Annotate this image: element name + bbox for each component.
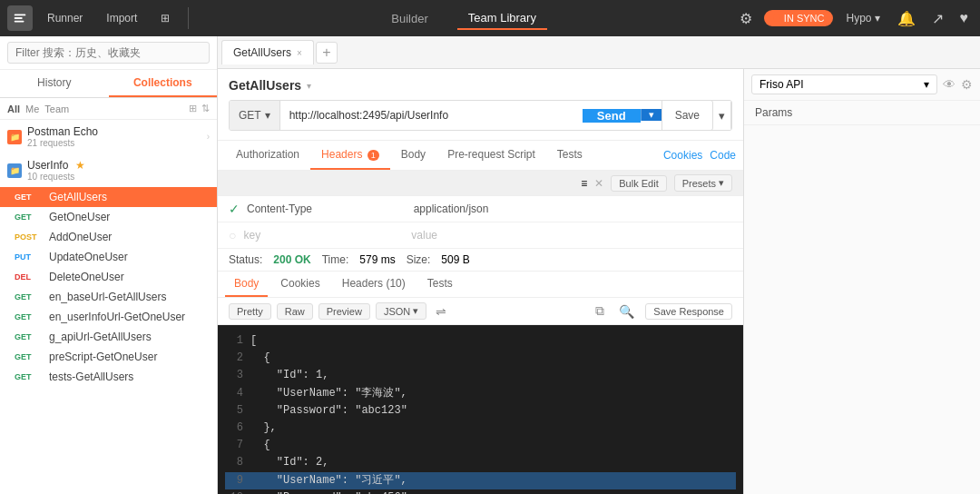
save-response-button[interactable]: Save Response [645,303,732,320]
new-window-button[interactable]: ⊞ [152,8,179,28]
cookies-link[interactable]: Cookies [663,149,702,162]
tab-item-getallusers[interactable]: GetAllUsers × [221,40,314,64]
eye-icon[interactable]: 👁 [943,77,956,92]
tab-label: GetAllUsers [233,46,291,59]
req-tab-prerequest[interactable]: Pre-request Script [436,141,546,170]
tab-add-button[interactable]: + [316,42,338,64]
method-badge: DEL [15,272,44,282]
user-button[interactable]: Hypo ▾ [840,9,885,27]
env-chevron-icon: ▾ [924,78,929,91]
request-item-getoneuser[interactable]: GETGetOneUser [0,207,217,227]
format-raw-button[interactable]: Raw [277,303,313,320]
filter-team[interactable]: Team [44,104,69,114]
request-item-g_apiurl-getallusers[interactable]: GETg_apiUrl-GetAllUsers [0,327,217,347]
logo-icon [12,10,28,26]
request-name: AddOneUser [49,231,112,243]
format-pretty-button[interactable]: Pretty [229,303,271,320]
main-layout: History Collections All Me Team ⊞ ⇅ 📁 Po… [0,36,980,494]
request-item-tests-getallusers[interactable]: GETtests-GetAllUsers [0,367,217,387]
code-line: 7 { [225,437,736,454]
code-line: 3 "Id": 1, [225,367,736,384]
tab-history[interactable]: History [0,70,109,97]
share-icon[interactable]: ↗ [927,7,948,30]
line-content: "UserName": "李海波", [250,385,407,402]
tab-close-icon[interactable]: × [297,48,302,58]
sidebar: History Collections All Me Team ⊞ ⇅ 📁 Po… [0,36,218,494]
header-key-empty[interactable]: key [243,229,404,242]
format-json-button[interactable]: JSON ▾ [376,302,426,320]
search-icon[interactable]: 🔍 [615,302,638,321]
header-value-empty[interactable]: value [411,229,732,242]
import-button[interactable]: Import [97,8,146,28]
request-item-deleteoneuser[interactable]: DELDeleteOneUser [0,267,217,287]
collection-info: Postman Echo 21 requests [27,125,201,148]
bulk-edit-button[interactable]: Bulk Edit [611,175,666,192]
method-badge: GET [15,193,44,202]
req-tab-tests[interactable]: Tests [546,141,593,170]
headers-row-empty: ○ key value [218,222,743,249]
format-preview-button[interactable]: Preview [318,303,370,320]
sort-icon[interactable]: ⇅ [201,103,210,114]
presets-button[interactable]: Presets ▾ [674,174,732,192]
request-item-getallusers[interactable]: GETGetAllUsers [0,187,217,207]
runner-button[interactable]: Runner [38,8,92,28]
method-chevron-icon: ▾ [265,109,270,122]
presets-arrow-icon: ▾ [719,177,724,189]
settings-icon[interactable]: ⚙ [735,7,757,30]
send-button[interactable]: Send [583,109,641,123]
collection-meta-userinfo: 10 requests [27,172,210,182]
notification-icon[interactable]: 🔔 [893,7,920,30]
toolbar: Runner Import ⊞ Builder Team Library ⚙ I… [0,0,980,36]
request-item-prescript-getoneuser[interactable]: GETpreScript-GetOneUser [0,347,217,367]
new-collection-icon[interactable]: ⊞ [189,103,197,114]
code-line: 6 }, [225,420,736,437]
response-tabs: Body Cookies Headers (10) Tests [218,272,743,298]
save-button[interactable]: Save [662,100,713,131]
req-tab-authorization[interactable]: Authorization [225,141,310,170]
save-arrow-button[interactable]: ▾ [713,100,731,131]
resp-tab-body[interactable]: Body [225,272,268,297]
code-line: 5 "Password": "abc123" [225,402,736,420]
resp-tab-tests[interactable]: Tests [418,272,462,297]
gear-icon[interactable]: ⚙ [961,77,973,92]
collection-item-userinfo[interactable]: 📁 UserInfo ★ 10 requests [0,153,217,187]
heart-icon[interactable]: ♥ [956,7,974,29]
req-tab-body[interactable]: Body [390,141,436,170]
delete-icon[interactable]: ✕ [594,177,603,190]
wrap-icon[interactable]: ⇌ [432,302,450,321]
request-item-en_userinfourl-getoneuser[interactable]: GETen_userInfoUrl-GetOneUser [0,307,217,327]
request-list: GETGetAllUsersGETGetOneUserPOSTAddOneUse… [0,187,217,387]
send-arrow-button[interactable]: ▾ [641,109,662,121]
resp-tab-cookies[interactable]: Cookies [271,272,328,297]
tab-collections[interactable]: Collections [109,70,218,97]
tab-builder[interactable]: Builder [380,7,438,30]
request-name: g_apiUrl-GetAllUsers [49,331,152,343]
request-item-updateoneuser[interactable]: PUTUpdateOneUser [0,247,217,267]
req-tab-headers[interactable]: Headers 1 [310,141,390,170]
right-panel: GetAllUsers × + GetAllUsers ▾ GET ▾ [218,36,980,494]
toolbar-right: ⚙ IN SYNC Hypo ▾ 🔔 ↗ ♥ [735,7,973,30]
request-item-addoneuser[interactable]: POSTAddOneUser [0,227,217,247]
env-select[interactable]: Friso API ▾ [751,74,937,94]
request-name-bar: GetAllUsers ▾ [229,78,732,93]
code-line: 2 { [225,350,736,367]
sidebar-tabs: History Collections [0,70,217,98]
url-input[interactable] [280,109,583,122]
collection-item-postman-echo[interactable]: 📁 Postman Echo 21 requests › [0,120,217,153]
sync-button[interactable]: IN SYNC [764,10,834,26]
copy-icon[interactable]: ⧉ [592,301,608,321]
resp-tab-headers[interactable]: Headers (10) [333,272,415,297]
line-content: "UserName": "习近平", [250,472,407,489]
line-number: 10 [225,489,250,494]
filter-me[interactable]: Me [25,104,39,114]
filter-all[interactable]: All [7,104,20,114]
line-number: 2 [225,350,250,367]
method-select[interactable]: GET ▾ [230,101,280,130]
url-send-group: Send ▾ [583,109,662,123]
request-name: DeleteOneUser [49,271,124,283]
request-item-en_baseurl-getallusers[interactable]: GETen_baseUrl-GetAllUsers [0,287,217,307]
tab-team-library[interactable]: Team Library [457,7,547,30]
code-link[interactable]: Code [710,149,736,162]
search-input[interactable] [7,42,210,64]
sync-dot [773,15,780,22]
